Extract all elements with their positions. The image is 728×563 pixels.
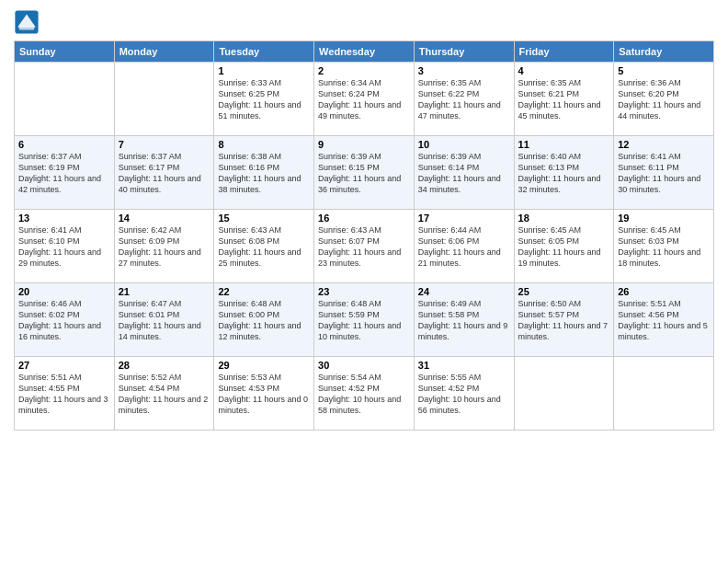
calendar-cell: 22Sunrise: 6:48 AM Sunset: 6:00 PM Dayli… (214, 283, 314, 357)
day-info: Sunrise: 5:51 AM Sunset: 4:55 PM Dayligh… (18, 372, 110, 417)
calendar-header-friday: Friday (514, 41, 614, 63)
day-number: 2 (318, 65, 410, 76)
calendar-cell: 20Sunrise: 6:46 AM Sunset: 6:02 PM Dayli… (15, 283, 115, 357)
day-number: 14 (119, 213, 210, 224)
day-number: 9 (318, 139, 410, 150)
svg-rect-2 (19, 26, 35, 29)
calendar-cell: 30Sunrise: 5:54 AM Sunset: 4:52 PM Dayli… (314, 357, 415, 431)
calendar-cell: 10Sunrise: 6:39 AM Sunset: 6:14 PM Dayli… (414, 136, 514, 210)
calendar-cell: 5Sunrise: 6:36 AM Sunset: 6:20 PM Daylig… (614, 63, 714, 136)
day-number: 5 (618, 65, 710, 76)
day-number: 30 (318, 360, 410, 371)
day-number: 12 (618, 139, 710, 150)
day-number: 23 (318, 286, 410, 297)
day-number: 24 (418, 286, 510, 297)
calendar-cell: 8Sunrise: 6:38 AM Sunset: 6:16 PM Daylig… (214, 136, 314, 210)
day-info: Sunrise: 6:43 AM Sunset: 6:07 PM Dayligh… (318, 224, 410, 270)
day-info: Sunrise: 6:46 AM Sunset: 6:02 PM Dayligh… (18, 298, 110, 343)
calendar-header-wednesday: Wednesday (314, 41, 415, 63)
calendar-cell: 3Sunrise: 6:35 AM Sunset: 6:22 PM Daylig… (414, 63, 514, 136)
logo-icon (14, 9, 40, 35)
day-number: 10 (418, 139, 510, 150)
calendar-cell (114, 63, 214, 136)
day-number: 20 (18, 286, 110, 297)
day-info: Sunrise: 5:55 AM Sunset: 4:52 PM Dayligh… (418, 372, 510, 417)
day-number: 7 (119, 139, 210, 150)
day-info: Sunrise: 5:54 AM Sunset: 4:52 PM Dayligh… (318, 372, 410, 417)
day-number: 16 (318, 213, 410, 224)
calendar-cell: 23Sunrise: 6:48 AM Sunset: 5:59 PM Dayli… (314, 283, 415, 357)
calendar-cell: 7Sunrise: 6:37 AM Sunset: 6:17 PM Daylig… (114, 136, 214, 210)
calendar-cell: 28Sunrise: 5:52 AM Sunset: 4:54 PM Dayli… (114, 357, 214, 431)
calendar-header-monday: Monday (114, 41, 214, 63)
calendar-cell (15, 63, 115, 136)
day-info: Sunrise: 6:33 AM Sunset: 6:25 PM Dayligh… (218, 77, 310, 122)
calendar-week-row: 27Sunrise: 5:51 AM Sunset: 4:55 PM Dayli… (15, 357, 714, 431)
day-info: Sunrise: 6:49 AM Sunset: 5:58 PM Dayligh… (418, 298, 510, 343)
day-info: Sunrise: 6:35 AM Sunset: 6:21 PM Dayligh… (518, 77, 610, 122)
day-number: 19 (618, 213, 710, 224)
day-info: Sunrise: 6:47 AM Sunset: 6:01 PM Dayligh… (119, 298, 210, 343)
calendar-header-tuesday: Tuesday (214, 41, 314, 63)
day-info: Sunrise: 6:39 AM Sunset: 6:14 PM Dayligh… (418, 151, 510, 196)
day-info: Sunrise: 6:36 AM Sunset: 6:20 PM Dayligh… (618, 77, 710, 122)
day-number: 28 (119, 360, 210, 371)
day-number: 13 (18, 213, 110, 224)
calendar-cell: 29Sunrise: 5:53 AM Sunset: 4:53 PM Dayli… (214, 357, 314, 431)
calendar-cell: 14Sunrise: 6:42 AM Sunset: 6:09 PM Dayli… (114, 210, 214, 283)
calendar-cell: 21Sunrise: 6:47 AM Sunset: 6:01 PM Dayli… (114, 283, 214, 357)
day-number: 21 (119, 286, 210, 297)
calendar-header-thursday: Thursday (414, 41, 514, 63)
day-info: Sunrise: 6:39 AM Sunset: 6:15 PM Dayligh… (318, 151, 410, 196)
day-info: Sunrise: 6:34 AM Sunset: 6:24 PM Dayligh… (318, 77, 410, 122)
calendar-cell: 16Sunrise: 6:43 AM Sunset: 6:07 PM Dayli… (314, 210, 415, 283)
calendar-header-saturday: Saturday (614, 41, 714, 63)
day-number: 11 (518, 139, 610, 150)
day-info: Sunrise: 5:51 AM Sunset: 4:56 PM Dayligh… (618, 298, 710, 343)
calendar-cell: 18Sunrise: 6:45 AM Sunset: 6:05 PM Dayli… (514, 210, 614, 283)
day-info: Sunrise: 6:37 AM Sunset: 6:17 PM Dayligh… (119, 151, 210, 196)
day-info: Sunrise: 6:45 AM Sunset: 6:03 PM Dayligh… (618, 224, 710, 270)
calendar-cell: 31Sunrise: 5:55 AM Sunset: 4:52 PM Dayli… (414, 357, 514, 431)
day-number: 3 (418, 65, 510, 76)
day-info: Sunrise: 5:53 AM Sunset: 4:53 PM Dayligh… (218, 372, 310, 417)
calendar-cell: 24Sunrise: 6:49 AM Sunset: 5:58 PM Dayli… (414, 283, 514, 357)
calendar-header-sunday: Sunday (15, 41, 115, 63)
day-info: Sunrise: 6:48 AM Sunset: 5:59 PM Dayligh… (318, 298, 410, 343)
day-info: Sunrise: 6:40 AM Sunset: 6:13 PM Dayligh… (518, 151, 610, 196)
calendar-cell: 4Sunrise: 6:35 AM Sunset: 6:21 PM Daylig… (514, 63, 614, 136)
calendar-cell: 2Sunrise: 6:34 AM Sunset: 6:24 PM Daylig… (314, 63, 415, 136)
day-number: 18 (518, 213, 610, 224)
calendar-week-row: 6Sunrise: 6:37 AM Sunset: 6:19 PM Daylig… (15, 136, 714, 210)
calendar-week-row: 20Sunrise: 6:46 AM Sunset: 6:02 PM Dayli… (15, 283, 714, 357)
logo (14, 9, 43, 35)
calendar-cell: 17Sunrise: 6:44 AM Sunset: 6:06 PM Dayli… (414, 210, 514, 283)
day-number: 22 (218, 286, 310, 297)
calendar-cell: 27Sunrise: 5:51 AM Sunset: 4:55 PM Dayli… (15, 357, 115, 431)
header (14, 9, 714, 35)
day-info: Sunrise: 6:44 AM Sunset: 6:06 PM Dayligh… (418, 224, 510, 270)
day-info: Sunrise: 5:52 AM Sunset: 4:54 PM Dayligh… (119, 372, 210, 417)
day-info: Sunrise: 6:37 AM Sunset: 6:19 PM Dayligh… (18, 151, 110, 196)
calendar-cell: 15Sunrise: 6:43 AM Sunset: 6:08 PM Dayli… (214, 210, 314, 283)
day-info: Sunrise: 6:41 AM Sunset: 6:11 PM Dayligh… (618, 151, 710, 196)
day-info: Sunrise: 6:43 AM Sunset: 6:08 PM Dayligh… (218, 224, 310, 270)
day-number: 26 (618, 286, 710, 297)
calendar-cell: 9Sunrise: 6:39 AM Sunset: 6:15 PM Daylig… (314, 136, 415, 210)
calendar-cell: 19Sunrise: 6:45 AM Sunset: 6:03 PM Dayli… (614, 210, 714, 283)
day-info: Sunrise: 6:41 AM Sunset: 6:10 PM Dayligh… (18, 224, 110, 270)
calendar-cell: 6Sunrise: 6:37 AM Sunset: 6:19 PM Daylig… (15, 136, 115, 210)
day-number: 25 (518, 286, 610, 297)
calendar-cell: 25Sunrise: 6:50 AM Sunset: 5:57 PM Dayli… (514, 283, 614, 357)
calendar-table: SundayMondayTuesdayWednesdayThursdayFrid… (14, 40, 714, 431)
day-info: Sunrise: 6:42 AM Sunset: 6:09 PM Dayligh… (119, 224, 210, 270)
calendar-week-row: 13Sunrise: 6:41 AM Sunset: 6:10 PM Dayli… (15, 210, 714, 283)
calendar-cell: 1Sunrise: 6:33 AM Sunset: 6:25 PM Daylig… (214, 63, 314, 136)
day-info: Sunrise: 6:38 AM Sunset: 6:16 PM Dayligh… (218, 151, 310, 196)
day-number: 15 (218, 213, 310, 224)
day-number: 1 (218, 65, 310, 76)
day-number: 6 (18, 139, 110, 150)
day-number: 8 (218, 139, 310, 150)
calendar-cell: 26Sunrise: 5:51 AM Sunset: 4:56 PM Dayli… (614, 283, 714, 357)
day-number: 17 (418, 213, 510, 224)
